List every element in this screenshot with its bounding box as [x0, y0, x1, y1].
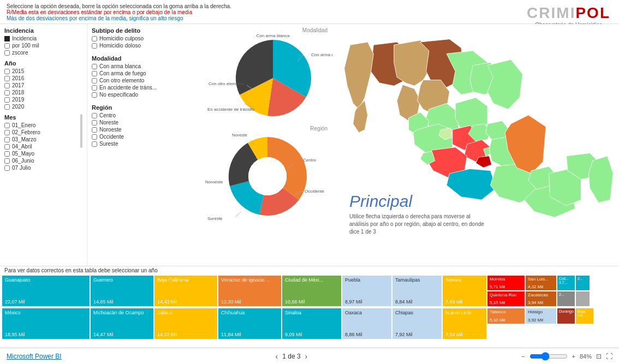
tm-mexico[interactable]: México 18,95 Mil	[2, 308, 90, 339]
cb-otro[interactable]	[92, 78, 97, 83]
cb-accidente[interactable]	[92, 85, 97, 91]
reg-occidente[interactable]: Occidente	[92, 134, 192, 140]
tm-zacatecas[interactable]: Zacatecas 3,94 Mil	[526, 291, 556, 306]
tm-chihuahua[interactable]: Chihuahua 11,84 Mil	[218, 308, 281, 339]
cb-sureste[interactable]	[92, 141, 97, 147]
tm-guerrero[interactable]: Guerrero 14,65 Mil	[91, 276, 153, 306]
zoom-slider[interactable]	[529, 352, 568, 361]
mes-febrero[interactable]: 02_Febrero	[4, 129, 82, 135]
anio-2020[interactable]: 2020	[4, 104, 82, 110]
tm-sonora[interactable]: Sonora 7,49 Mil	[443, 276, 486, 306]
reg-noreste[interactable]: Noreste	[92, 120, 192, 126]
prev-page-button[interactable]: ‹	[276, 352, 278, 361]
cb-2020[interactable]	[4, 104, 10, 110]
checkbox-filled	[4, 36, 10, 41]
tm-veracruz[interactable]: Veracruz de Ignacio ... 12,30 Mil	[218, 276, 281, 306]
tm-bajacaliforniasur[interactable]: Baja Ca...	[576, 308, 593, 324]
cb-2019[interactable]	[4, 97, 10, 103]
tm-hidalgo[interactable]: Hidalgo 3,92 Mil	[526, 308, 556, 324]
mod-arma-fuego[interactable]: Con arma de fuego	[92, 70, 192, 76]
cb-noreste[interactable]	[92, 120, 97, 126]
cb-doloso[interactable]	[92, 43, 97, 49]
reg-noroeste[interactable]: Noroeste	[92, 127, 192, 133]
tm-guanajuato[interactable]: Guanajuato 22,07 Mil	[2, 276, 90, 306]
checkbox-zscore[interactable]	[4, 50, 10, 56]
cb-enero[interactable]	[4, 123, 10, 128]
tm-puebla[interactable]: Puebla 8,97 Mil	[342, 276, 391, 306]
anio-2019[interactable]: 2019	[4, 97, 82, 103]
anio-2015[interactable]: 2015	[4, 68, 82, 74]
cb-noespecificado[interactable]	[92, 92, 97, 98]
cb-marzo[interactable]	[4, 137, 10, 142]
tm-nuevoleon[interactable]: Nuevo León 7,34 Mil	[443, 308, 486, 339]
tm-colima[interactable]: Coli... 3,7...	[557, 276, 575, 290]
tm-cdmx[interactable]: Ciudad de Méxi... 10,66 Mil	[282, 276, 341, 306]
powerbi-link[interactable]: Microsoft Power BI	[7, 353, 62, 360]
tm-morelos[interactable]: Morelos 5,71 Mil	[487, 276, 525, 290]
mod-noespecificado[interactable]: No especificado	[92, 92, 192, 98]
mes-enero[interactable]: 01_Enero	[4, 122, 82, 128]
tm-small4[interactable]	[576, 291, 590, 306]
tm-jalisco[interactable]: Jalisco 14,02 Mil	[154, 308, 217, 339]
next-page-button[interactable]: ›	[305, 352, 308, 361]
scrollbar[interactable]	[80, 114, 82, 148]
map-states[interactable]	[344, 39, 614, 218]
cb-2017[interactable]	[4, 83, 10, 88]
label-noreste: Noreste	[232, 133, 248, 138]
anio-2016[interactable]: 2016	[4, 75, 82, 81]
cb-occidente[interactable]	[92, 134, 97, 140]
cb-mayo[interactable]	[4, 151, 10, 157]
cb-febrero[interactable]	[4, 130, 10, 135]
cb-arma-fuego[interactable]	[92, 71, 97, 76]
tm-durango[interactable]: Durango	[557, 308, 575, 324]
tm-name: México	[5, 310, 87, 315]
cb-centro[interactable]	[92, 113, 97, 118]
reg-sureste[interactable]: Sureste	[92, 141, 192, 147]
mes-marzo[interactable]: 03_Marzo	[4, 136, 82, 142]
mod-accidente[interactable]: En accidente de tráns...	[92, 85, 192, 91]
fit-view-icon[interactable]: ⊡	[596, 353, 602, 360]
mes-junio[interactable]: 06_Junio	[4, 158, 82, 164]
tm-tabasco[interactable]: Tabasco 5,10 Mil	[487, 308, 525, 324]
mod-arma-blanca[interactable]: Con arma blanca	[92, 63, 192, 69]
tm-tamaulipas[interactable]: Tamaulipas 8,84 Mil	[392, 276, 442, 306]
incidencia-item-2[interactable]: zscore	[4, 50, 82, 56]
fullscreen-icon[interactable]: ⛶	[606, 353, 612, 360]
cb-junio[interactable]	[4, 158, 10, 164]
cb-2018[interactable]	[4, 90, 10, 96]
reg-centro[interactable]: Centro	[92, 112, 192, 118]
anio-title: Año	[4, 60, 82, 67]
mes-abril[interactable]: 04_Abril	[4, 144, 82, 150]
cb-noroeste[interactable]	[92, 127, 97, 133]
mod-otro[interactable]: Con otro elemento	[92, 77, 192, 83]
mes-mayo[interactable]: 05_Mayo	[4, 151, 82, 157]
tm-bajacalifornia[interactable]: Baja California 14,43 Mil	[154, 276, 217, 306]
hint1: Seleccione la opción deseada, borre la o…	[7, 3, 612, 9]
tm-sinaloa[interactable]: Sinaloa 9,09 Mil	[282, 308, 341, 339]
tm-small3[interactable]: 2...	[576, 276, 590, 290]
cb-2015[interactable]	[4, 69, 10, 74]
minus-zoom-icon[interactable]: −	[521, 353, 525, 360]
anio-2018[interactable]: 2018	[4, 89, 82, 96]
tm-small2[interactable]: 2...	[557, 291, 575, 306]
cb-abril[interactable]	[4, 144, 10, 150]
anio-2017[interactable]: 2017	[4, 82, 82, 88]
tm-michoacan[interactable]: Michoacán de Ocampo 14,47 Mil	[91, 308, 153, 339]
tm-quintanaroo[interactable]: Quintana Roo 5,15 Mil	[487, 291, 525, 306]
cb-culposo[interactable]	[92, 36, 97, 41]
cb-julio[interactable]	[4, 165, 10, 171]
subtipo-doloso[interactable]: Homicidio doloso	[92, 43, 192, 49]
incidencia-item-0[interactable]: Incidencia	[4, 35, 82, 41]
tm-name: Sonora	[445, 277, 484, 283]
cb-arma-blanca[interactable]	[92, 64, 97, 69]
tm-sanluispotosi[interactable]: San Luis... 4,32 Mil	[526, 276, 556, 290]
subtipo-culposo[interactable]: Homicidio culposo	[92, 35, 192, 41]
region-chart: Región	[202, 124, 333, 228]
plus-zoom-icon[interactable]: +	[572, 353, 575, 360]
checkbox-por100[interactable]	[4, 43, 10, 49]
tm-chiapas[interactable]: Chiapas 7,92 Mil	[392, 308, 442, 339]
cb-2016[interactable]	[4, 76, 10, 81]
mes-julio[interactable]: 07 Julio	[4, 165, 82, 171]
tm-oaxaca[interactable]: Oaxaca 8,86 Mil	[342, 308, 391, 339]
incidencia-item-1[interactable]: por 100 mil	[4, 43, 82, 49]
